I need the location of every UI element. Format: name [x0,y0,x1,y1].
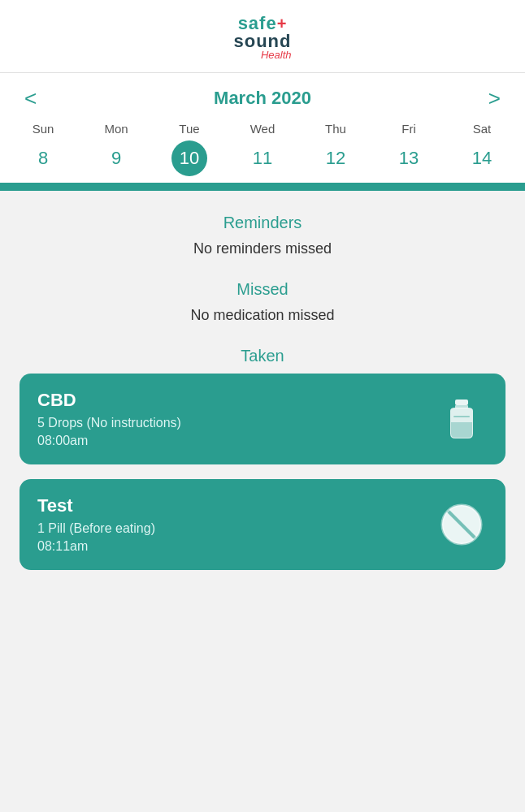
calendar-day-col[interactable]: Sat14 [449,122,514,183]
svg-rect-2 [453,416,470,417]
calendar-day-col[interactable]: Wed11 [230,122,295,183]
day-number[interactable]: 14 [464,140,500,176]
calendar-section: < March 2020 > Sun8Mon9Tue10Wed11Thu12Fr… [0,73,525,191]
calendar-days-row: Sun8Mon9Tue10Wed11Thu12Fri13Sat14 [0,119,525,183]
day-number[interactable]: 9 [98,140,134,176]
day-name: Tue [179,122,199,136]
missed-section: Missed No medication missed [20,280,505,324]
reminders-title: Reminders [20,214,505,232]
med-time: 08:00am [37,434,436,448]
app-logo: safe+ sound Health [234,15,292,61]
calendar-day-col[interactable]: Fri13 [376,122,441,183]
app-header: safe+ sound Health [0,0,525,73]
calendar-day-col[interactable]: Tue10 [157,122,222,183]
medication-cards-container: CBD5 Drops (No instructions)08:00am Test… [20,374,505,570]
med-dose: 1 Pill (Before eating) [37,521,436,536]
day-name: Fri [401,122,416,136]
calendar-month-title: March 2020 [214,88,311,109]
day-number[interactable]: 8 [25,140,61,176]
calendar-header: < March 2020 > [0,73,525,119]
reminders-empty-message: No reminders missed [20,240,505,257]
medication-card[interactable]: CBD5 Drops (No instructions)08:00am [20,374,505,464]
day-number[interactable]: 10 [171,140,207,176]
med-info: CBD5 Drops (No instructions)08:00am [37,390,436,448]
day-number[interactable]: 12 [318,140,354,176]
calendar-prev-button[interactable]: < [20,88,41,109]
med-info: Test1 Pill (Before eating)08:11am [37,495,436,554]
calendar-next-button[interactable]: > [484,88,505,109]
svg-rect-1 [455,405,468,408]
day-name: Sun [33,122,54,136]
calendar-day-col[interactable]: Thu12 [303,122,368,183]
med-time: 08:11am [37,539,436,554]
bottle-svg [439,396,484,442]
med-name: Test [37,495,436,516]
day-number[interactable]: 11 [245,140,280,176]
calendar-bottom-bar [0,183,525,191]
day-name: Sat [473,122,492,136]
pill-svg [439,502,484,547]
logo-health-text: Health [261,49,292,61]
day-number[interactable]: 13 [391,140,427,176]
logo-safe-text: safe+ [238,15,288,32]
missed-title: Missed [20,280,505,299]
logo-sound-text: sound [234,32,292,50]
day-name: Wed [250,122,276,136]
pill-icon [436,499,488,551]
main-content: Reminders No reminders missed Missed No … [0,191,525,617]
missed-empty-message: No medication missed [20,307,505,324]
day-name: Thu [325,122,346,136]
reminders-section: Reminders No reminders missed [20,214,505,257]
med-name: CBD [37,390,436,411]
logo-plus-icon: + [277,15,288,32]
taken-section: Taken CBD5 Drops (No instructions)08:00a… [20,347,505,570]
day-name: Mon [104,122,128,136]
bottle-icon [436,393,488,445]
calendar-day-col[interactable]: Sun8 [11,122,76,183]
svg-rect-0 [455,400,468,405]
calendar-day-col[interactable]: Mon9 [84,122,149,183]
medication-card[interactable]: Test1 Pill (Before eating)08:11am [20,479,505,570]
med-dose: 5 Drops (No instructions) [37,416,436,430]
taken-title: Taken [20,347,505,365]
